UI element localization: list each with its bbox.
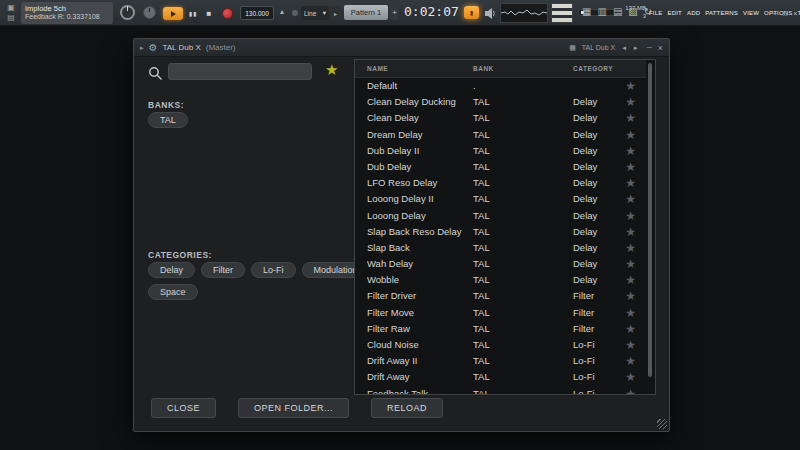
favorite-star-icon[interactable]: ★ [625, 208, 636, 224]
record-button[interactable] [222, 8, 233, 19]
favorite-star-icon[interactable]: ★ [625, 127, 636, 143]
pattern-mode-toggle[interactable]: ▮ [464, 6, 479, 19]
menu-item[interactable]: PATTERNS [705, 10, 738, 16]
table-row[interactable]: Filter Raw TAL Filter ★ [355, 321, 646, 337]
close-icon[interactable]: × [658, 43, 663, 53]
table-row[interactable]: Clean Delay TAL Delay ★ [355, 110, 646, 126]
category-filter-pill[interactable]: Space [148, 284, 198, 300]
table-row[interactable]: Looong Delay II TAL Delay ★ [355, 191, 646, 207]
search-input[interactable] [168, 63, 312, 80]
table-row[interactable]: Feedback Talk TAL Lo-Fi ★ [355, 386, 646, 394]
piano-roll-icon[interactable]: ▥ [597, 6, 606, 17]
table-row[interactable]: Drift Away TAL Lo-Fi ★ [355, 369, 646, 385]
table-scrollbar[interactable] [646, 60, 655, 394]
pause-button[interactable]: ▮▮ [186, 7, 200, 20]
minimize-icon[interactable]: ─ [772, 10, 777, 17]
table-row[interactable]: Dub Delay TAL Delay ★ [355, 159, 646, 175]
column-header-category[interactable]: CATEGORY [573, 65, 613, 72]
snap-arrow-button[interactable]: ▸ [331, 6, 340, 20]
table-row[interactable]: Dub Delay II TAL Delay ★ [355, 143, 646, 159]
table-row[interactable]: Cloud Noise TAL Lo-Fi ★ [355, 337, 646, 353]
favorite-star-icon[interactable]: ★ [625, 110, 636, 126]
close-icon[interactable]: × [793, 10, 797, 17]
reload-button[interactable]: RELOAD [371, 398, 443, 418]
main-pitch-knob[interactable] [143, 6, 156, 19]
shuffle-knob[interactable] [292, 10, 298, 16]
category-filter-pill[interactable]: Delay [148, 262, 195, 278]
favorite-star-icon[interactable]: ★ [625, 143, 636, 159]
open-folder-button[interactable]: OPEN FOLDER... [238, 398, 349, 418]
table-row[interactable]: Wah Delay TAL Delay ★ [355, 256, 646, 272]
pattern-selector[interactable]: Pattern 1 [344, 5, 388, 20]
table-row[interactable]: Slap Back Reso Delay TAL Delay ★ [355, 224, 646, 240]
favorite-star-icon[interactable]: ★ [625, 337, 636, 353]
column-header-bank[interactable]: BANK [473, 65, 494, 72]
table-row[interactable]: Drift Away II TAL Lo-Fi ★ [355, 353, 646, 369]
scrollbar-thumb[interactable] [648, 63, 652, 377]
time-display[interactable]: 0:02:07 [404, 4, 460, 19]
category-filter-pill[interactable]: Lo-Fi [251, 262, 296, 278]
table-row[interactable]: Default . ★ [355, 78, 646, 94]
favorite-star-icon[interactable]: ★ [625, 321, 636, 337]
menu-item[interactable]: VIEW [743, 10, 759, 16]
favorites-filter-star-icon[interactable]: ★ [325, 61, 338, 79]
table-row[interactable]: Looong Delay TAL Delay ★ [355, 208, 646, 224]
close-button[interactable]: CLOSE [151, 398, 216, 418]
detach-icon[interactable]: ─ [647, 44, 652, 51]
preset-name[interactable]: TAL Dub X [582, 44, 615, 51]
mixer-icon[interactable]: ▤ [613, 6, 622, 17]
table-row[interactable]: Dream Delay TAL Delay ★ [355, 127, 646, 143]
column-header-name[interactable]: NAME [367, 65, 469, 72]
panel-toggle-icons[interactable]: ▣ ▤ [3, 3, 19, 23]
favorite-star-icon[interactable]: ★ [625, 159, 636, 175]
layout-icon[interactable]: ▤ [3, 13, 19, 23]
favorite-star-icon[interactable]: ★ [625, 256, 636, 272]
bank-filter-pill[interactable]: TAL [148, 112, 188, 128]
favorite-star-icon[interactable]: ★ [625, 240, 636, 256]
maximize-icon[interactable]: □ [783, 10, 787, 17]
favorite-star-icon[interactable]: ★ [625, 369, 636, 385]
main-volume-knob[interactable] [120, 5, 135, 20]
table-row[interactable]: Filter Driver TAL Filter ★ [355, 288, 646, 304]
favorite-star-icon[interactable]: ★ [625, 386, 636, 394]
keyboard-icon[interactable]: ▦ [569, 44, 576, 52]
menu-item[interactable]: FILE [649, 10, 662, 16]
menu-item[interactable]: ADD [687, 10, 700, 16]
table-row[interactable]: Wobble TAL Delay ★ [355, 272, 646, 288]
favorite-star-icon[interactable]: ★ [625, 175, 636, 191]
plugin-titlebar[interactable]: ▸ ⚙ TAL Dub X (Master) ▦ TAL Dub X ◄ ► ─… [134, 39, 669, 57]
speaker-icon[interactable] [484, 6, 497, 24]
menu-item[interactable]: EDIT [667, 10, 681, 16]
favorite-star-icon[interactable]: ★ [625, 305, 636, 321]
playlist-icon[interactable]: ▦ [582, 6, 591, 17]
tap-tempo-icon[interactable]: ▴ [280, 7, 284, 16]
favorite-star-icon[interactable]: ★ [625, 224, 636, 240]
gear-icon[interactable]: ⚙ [149, 42, 158, 53]
preset-category-cell: Delay [573, 94, 597, 110]
preset-bank-cell: TAL [473, 191, 490, 207]
favorite-star-icon[interactable]: ★ [625, 272, 636, 288]
table-row[interactable]: LFO Reso Delay TAL Delay ★ [355, 175, 646, 191]
category-filter-pill[interactable]: Filter [201, 262, 245, 278]
table-row[interactable]: Filter Move TAL Filter ★ [355, 305, 646, 321]
preset-name-cell: Looong Delay II [367, 191, 469, 207]
detach-icon[interactable]: ▣ [3, 3, 19, 13]
pattern-add-button[interactable]: + [390, 5, 399, 20]
favorite-star-icon[interactable]: ★ [625, 191, 636, 207]
preset-category-cell: Delay [573, 110, 597, 126]
tempo-display[interactable]: 130.000 [240, 6, 274, 20]
favorite-star-icon[interactable]: ★ [625, 353, 636, 369]
favorite-star-icon[interactable]: ★ [625, 78, 636, 94]
browser-icon[interactable]: ▧ [628, 6, 637, 17]
snap-selector[interactable]: Line ▾ [301, 6, 329, 20]
preset-prev-next-icons[interactable]: ◄ ► [621, 45, 641, 51]
play-button[interactable] [163, 7, 183, 20]
chevron-right-icon[interactable]: ▸ [140, 44, 144, 52]
table-row[interactable]: Slap Back TAL Delay ★ [355, 240, 646, 256]
table-row[interactable]: Clean Delay Ducking TAL Delay ★ [355, 94, 646, 110]
resize-handle[interactable] [657, 419, 667, 429]
stop-button[interactable]: ■ [202, 7, 216, 20]
preset-bank-cell: TAL [473, 224, 490, 240]
favorite-star-icon[interactable]: ★ [625, 94, 636, 110]
favorite-star-icon[interactable]: ★ [625, 288, 636, 304]
